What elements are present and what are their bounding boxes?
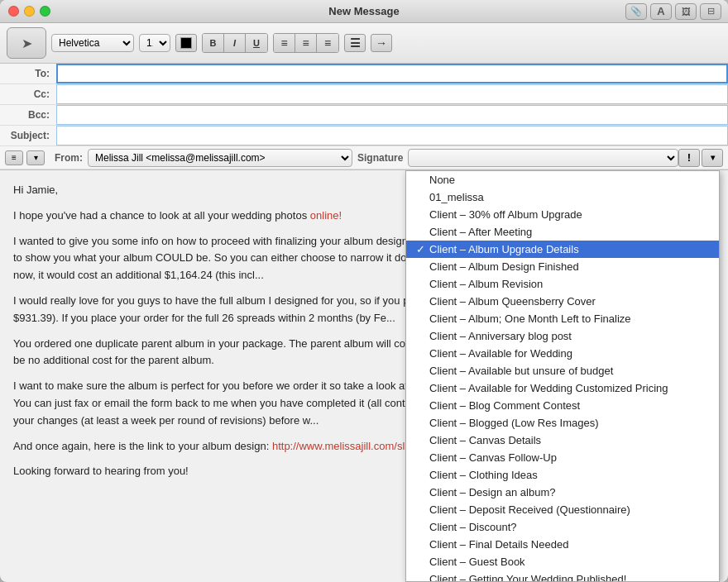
maximize-button[interactable] (40, 6, 50, 17)
dropdown-item-label: Client – Canvas Details (429, 434, 541, 446)
signature-label: Signature (352, 152, 408, 164)
titlebar-icons: 📎 A 🖼 ⊟ (625, 3, 721, 20)
bcc-label: Bcc: (0, 109, 56, 121)
dropdown-item-label: Client – Design an album? (429, 486, 555, 499)
titlebar: New Message 📎 A 🖼 ⊟ (0, 0, 728, 23)
indent-button[interactable]: → (371, 34, 392, 52)
dropdown-item-label: Client – Deposit Received (Questionnaire… (429, 503, 630, 516)
font-button[interactable]: A (650, 3, 672, 20)
dropdown-item-client_album_design[interactable]: Client – Album Design Finished (406, 258, 719, 275)
email-header: To: Cc: Bcc: Subject: ≡ ▾ From: Melissa … (0, 64, 728, 170)
format-buttons: ≡ ▾ (0, 149, 50, 167)
format-toggle-button[interactable]: ≡ (5, 150, 23, 165)
from-selector[interactable]: Melissa Jill <melissa@melissajill.com> (88, 149, 352, 167)
font-size-selector[interactable]: 11 (139, 34, 170, 52)
dropdown-item-label: Client – Blog Comment Contest (429, 399, 580, 412)
dropdown-item-label: Client – Guest Book (429, 556, 525, 568)
dropdown-item-client_after_meeting[interactable]: Client – After Meeting (406, 223, 719, 241)
align-center-button[interactable]: ≡ (295, 34, 317, 52)
indent-toggle-button[interactable]: ▾ (26, 150, 45, 165)
dropdown-item-client_canvas[interactable]: Client – Canvas Details (406, 432, 719, 449)
bcc-input[interactable] (56, 105, 728, 125)
image-button[interactable]: 🖼 (675, 3, 697, 20)
dropdown-item-label: None (429, 174, 455, 186)
text-color-button[interactable] (175, 34, 197, 52)
dropdown-item-01_melissa[interactable]: 01_melissa (406, 188, 719, 206)
low-priority-button[interactable]: ▾ (702, 149, 723, 167)
dropdown-item-label: Client – Anniversary blog post (429, 330, 572, 342)
from-row: ≡ ▾ From: Melissa Jill <melissa@melissaj… (0, 146, 728, 169)
dropdown-item-client_album_queensberry[interactable]: Client – Album Queensberry Cover (406, 293, 719, 310)
text-format-group: B I U (202, 33, 268, 53)
cc-input[interactable] (56, 84, 728, 104)
dropdown-item-client_canvas_followup[interactable]: Client – Canvas Follow-Up (406, 449, 719, 466)
dropdown-item-label: Client – Available for Wedding Customize… (429, 382, 668, 394)
dropdown-item-client_blog_contest[interactable]: Client – Blog Comment Contest (406, 397, 719, 414)
dropdown-item-label: Client – Album Revision (429, 278, 543, 290)
subject-input[interactable] (56, 126, 728, 146)
formatting-toolbar: ➤ Helvetica 11 B I U ≡ ≡ ≡ ☰ → (0, 23, 728, 64)
minimize-button[interactable] (24, 6, 35, 17)
dropdown-item-client_album_revision[interactable]: Client – Album Revision (406, 275, 719, 293)
color-swatch (180, 37, 192, 49)
dropdown-item-label: Client – Album Design Finished (429, 260, 579, 273)
to-input[interactable] (56, 64, 728, 83)
dropdown-item-label: Client – Getting Your Wedding Published! (429, 573, 626, 582)
align-right-button[interactable]: ≡ (317, 34, 338, 52)
cc-row: Cc: (0, 84, 728, 105)
align-left-button[interactable]: ≡ (274, 34, 295, 52)
options-button[interactable]: ⊟ (700, 3, 721, 20)
online-link[interactable]: online! (310, 209, 342, 222)
dropdown-item-client_available_unsure[interactable]: Client – Available but unsure of budget (406, 362, 719, 379)
to-row: To: (0, 64, 728, 84)
to-label: To: (0, 68, 56, 79)
dropdown-item-label: Client – Album Upgrade Details (429, 243, 579, 255)
attach-button[interactable]: 📎 (625, 3, 647, 20)
dropdown-item-client_album_one_month[interactable]: Client – Album; One Month Left to Finali… (406, 310, 719, 327)
dropdown-item-label: 01_melissa (429, 191, 484, 203)
dropdown-item-client_blogged[interactable]: Client – Blogged (Low Res Images) (406, 414, 719, 432)
dropdown-item-client_final_details[interactable]: Client – Final Details Needed (406, 536, 719, 553)
signature-dropdown[interactable]: None 01_melissa Client – 30% off Album U… (405, 170, 720, 582)
dropdown-item-none[interactable]: None (406, 171, 719, 188)
dropdown-item-client_discount[interactable]: Client – Discount? (406, 518, 719, 536)
window-title: New Message (328, 5, 399, 17)
signature-selector[interactable] (408, 149, 678, 167)
send-button[interactable]: ➤ (7, 27, 46, 59)
send-icon: ➤ (22, 36, 32, 51)
priority-buttons: ! ▾ (678, 149, 728, 167)
dropdown-item-client_30off[interactable]: Client – 30% off Album Upgrade (406, 206, 719, 223)
dropdown-item-label: Client – Blogged (Low Res Images) (429, 417, 599, 429)
from-label: From: (50, 152, 88, 164)
dropdown-item-label: Client – Available but unsure of budget (429, 365, 613, 377)
underline-button[interactable]: U (246, 34, 267, 52)
dropdown-item-label: Client – Clothing Ideas (429, 469, 538, 481)
font-selector[interactable]: Helvetica (51, 34, 134, 52)
dropdown-item-client_design_album[interactable]: Client – Design an album? (406, 484, 719, 501)
list-button[interactable]: ☰ (344, 34, 366, 52)
dropdown-item-client_clothing[interactable]: Client – Clothing Ideas (406, 466, 719, 484)
italic-button[interactable]: I (224, 34, 246, 52)
dropdown-item-client_anniversary[interactable]: Client – Anniversary blog post (406, 327, 719, 345)
dropdown-item-client_deposit[interactable]: Client – Deposit Received (Questionnaire… (406, 501, 719, 518)
dropdown-item-label: Client – Available for Wedding (429, 347, 572, 360)
dropdown-item-label: Client – Final Details Needed (429, 538, 568, 551)
checkmark-icon: ✓ (416, 243, 428, 255)
dropdown-item-label: Client – Discount? (429, 521, 517, 533)
dropdown-item-label: Client – After Meeting (429, 226, 532, 238)
dropdown-item-client_guest_book[interactable]: Client – Guest Book (406, 553, 719, 570)
bcc-row: Bcc: (0, 105, 728, 126)
dropdown-item-client_album_upgrade[interactable]: ✓Client – Album Upgrade Details (406, 241, 719, 258)
dropdown-item-label: Client – Album Queensberry Cover (429, 295, 596, 308)
align-group: ≡ ≡ ≡ (273, 33, 339, 53)
high-priority-button[interactable]: ! (678, 149, 700, 167)
subject-row: Subject: (0, 126, 728, 146)
subject-label: Subject: (0, 130, 56, 141)
dropdown-item-client_getting_published[interactable]: Client – Getting Your Wedding Published! (406, 570, 719, 582)
dropdown-item-client_available_customized[interactable]: Client – Available for Wedding Customize… (406, 379, 719, 397)
dropdown-item-label: Client – Album; One Month Left to Finali… (429, 312, 631, 325)
dropdown-item-client_available_wedding[interactable]: Client – Available for Wedding (406, 345, 719, 362)
close-button[interactable] (8, 6, 19, 17)
mail-compose-window: New Message 📎 A 🖼 ⊟ ➤ Helvetica 11 B I U… (0, 0, 728, 582)
bold-button[interactable]: B (203, 34, 224, 52)
